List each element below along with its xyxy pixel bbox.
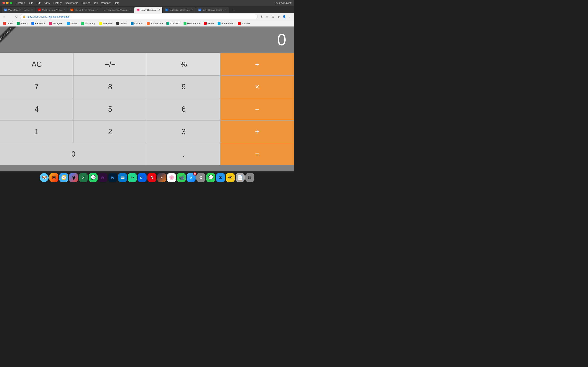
dock-disney[interactable]: D+ <box>138 173 147 182</box>
seven-button[interactable]: 7 <box>0 76 73 98</box>
add-button[interactable]: + <box>221 120 294 143</box>
new-tab-button[interactable]: + <box>230 7 236 13</box>
bookmark-sheets[interactable]: Sheets <box>15 21 29 25</box>
tab-title: Vivek Meena | Proje... <box>8 9 30 11</box>
menu-help[interactable]: Help <box>114 1 120 4</box>
menu-profiles[interactable]: Profiles <box>81 1 90 4</box>
dock-excel[interactable]: X <box>79 173 88 182</box>
percent-button[interactable]: % <box>147 53 221 76</box>
bookmark-star-icon[interactable]: ☆ <box>265 14 269 19</box>
dock-photos[interactable]: 🌸 <box>167 173 176 182</box>
tab-close-button[interactable]: × <box>130 8 131 11</box>
dock-pycharm[interactable]: Py <box>128 173 137 182</box>
bookmark-chatgpt[interactable]: ChatGPT <box>165 21 182 25</box>
tab-github[interactable]: G vivekmeena7/calcu... × <box>101 7 134 13</box>
tab-close-button[interactable]: × <box>158 8 160 11</box>
tab-textutils[interactable]: T TextUtils - Word Co... × <box>163 7 196 13</box>
bookmark-youtube[interactable]: Youtube <box>236 21 252 25</box>
minimize-button[interactable] <box>6 2 9 4</box>
one-button[interactable]: 1 <box>0 120 73 143</box>
tab-google[interactable]: G text - Google Searc... × <box>196 7 229 13</box>
decimal-button[interactable]: . <box>147 143 221 165</box>
bookmark-label: Sheets <box>20 22 28 25</box>
tab-close-button[interactable]: × <box>31 8 33 11</box>
menu-tab[interactable]: Tab <box>94 1 98 4</box>
reload-button[interactable]: ↻ <box>14 14 19 19</box>
dock-netflix[interactable]: N <box>147 173 156 182</box>
dock-trash[interactable]: 🗑 <box>245 173 254 182</box>
download-icon[interactable]: ⬇ <box>259 14 264 19</box>
forward-button[interactable]: › <box>8 14 13 19</box>
bookmark-hackerrank[interactable]: HackerRank <box>182 21 202 25</box>
equals-button[interactable]: = <box>221 143 294 165</box>
bookmark-github[interactable]: Github <box>115 21 129 25</box>
three-button[interactable]: 3 <box>147 120 221 143</box>
tab-react-calculator[interactable]: R React Calculator × <box>134 7 162 13</box>
six-button[interactable]: 6 <box>147 98 221 120</box>
dock-whatsapp[interactable]: 💬 <box>89 173 98 182</box>
menu-history[interactable]: History <box>53 1 62 4</box>
five-button[interactable]: 5 <box>73 98 147 120</box>
extensions-icon[interactable]: ⊕ <box>276 14 281 19</box>
bookmark-linkedin[interactable]: Linkedin <box>129 21 145 25</box>
tab-close-button[interactable]: × <box>192 8 193 11</box>
tab-lecture[interactable]: ▶ (973) Lecture22: A... × <box>35 7 68 13</box>
ac-button[interactable]: AC <box>0 53 73 76</box>
nine-button[interactable]: 9 <box>147 76 221 98</box>
dock-photoshop[interactable]: Ps <box>108 173 117 182</box>
two-button[interactable]: 2 <box>73 120 147 143</box>
menu-view[interactable]: View <box>44 1 50 4</box>
bookmark-gmail[interactable]: Gmail <box>2 21 15 25</box>
menu-window[interactable]: Window <box>101 1 111 4</box>
dock-launchpad[interactable]: ⊞ <box>49 173 58 182</box>
tab-checkstring[interactable]: C Check If The String... × <box>68 7 101 13</box>
zero-button[interactable]: 0 <box>0 143 147 165</box>
bookmark-primevideo[interactable]: Prime Video <box>216 21 236 25</box>
dock-systemprefs[interactable]: ⚙ <box>196 173 205 182</box>
menu-edit[interactable]: Edit <box>36 1 41 4</box>
maximize-button[interactable] <box>10 2 12 4</box>
bookmark-twitter[interactable]: Twitter <box>65 21 79 25</box>
multiply-button[interactable]: × <box>221 76 294 98</box>
four-button[interactable]: 4 <box>0 98 73 120</box>
close-button[interactable] <box>2 2 5 4</box>
back-button[interactable]: ‹ <box>2 14 7 19</box>
dock-premiere[interactable]: Pr <box>98 173 107 182</box>
tab-close-button[interactable]: × <box>64 8 65 11</box>
tab-vivek[interactable]: V Vivek Meena | Proje... × <box>2 7 35 13</box>
address-bar: ‹ › ↻ 🔒 https://vivekmeena7.github.io/ca… <box>0 13 294 20</box>
dock-finder[interactable]: 🐶 <box>40 173 49 182</box>
dock-mail[interactable]: ✉ <box>216 173 225 182</box>
menu-dots-icon[interactable]: ⋮ <box>287 14 292 19</box>
tablet-icon[interactable]: ⊟ <box>270 14 275 19</box>
profile-icon[interactable]: 👤 <box>282 14 287 19</box>
dock-hotstar[interactable]: H <box>157 173 166 182</box>
plus-minus-button[interactable]: +/− <box>73 53 147 76</box>
address-input[interactable]: 🔒 https://vivekmeena7.github.io/calculat… <box>20 14 258 19</box>
bookmark-strivers[interactable]: Strivers dsa <box>145 21 164 25</box>
subtract-button[interactable]: − <box>221 98 294 120</box>
dock-preview[interactable]: 👁 <box>226 173 235 182</box>
tab-favicon: V <box>4 8 7 11</box>
dock-facetime[interactable]: 📹 <box>177 173 186 182</box>
dock-vscode[interactable]: ⌨ <box>118 173 127 182</box>
titlebar: Chrome File Edit View History Bookmarks … <box>0 0 294 6</box>
menu-file[interactable]: File <box>29 1 33 4</box>
browser-content: Fork me on GitHub 0 AC +/− % ÷ 7 8 9 × 4… <box>0 26 294 171</box>
bookmark-whatsapp[interactable]: Whatsapp <box>79 21 97 25</box>
bookmark-netflix[interactable]: Netflix <box>202 21 216 25</box>
divide-button[interactable]: ÷ <box>221 53 294 76</box>
bookmark-snapchat[interactable]: Snapchat <box>97 21 114 25</box>
eight-button[interactable]: 8 <box>73 76 147 98</box>
tab-close-button[interactable]: × <box>225 8 226 11</box>
dock-chrome[interactable]: ◉ <box>69 173 78 182</box>
whatsapp-icon <box>81 22 84 25</box>
dock-safari[interactable]: 🧭 <box>59 173 68 182</box>
bookmark-instagram[interactable]: Instagram <box>47 21 65 25</box>
tab-close-button[interactable]: × <box>97 8 98 11</box>
dock-messages[interactable]: 💬 <box>206 173 215 182</box>
menu-bookmarks[interactable]: Bookmarks <box>65 1 78 4</box>
bookmark-facebook[interactable]: Facebook <box>30 21 47 25</box>
dock-finder2[interactable]: 📄 <box>236 173 245 182</box>
dock-appstore[interactable]: A 33 <box>187 173 196 182</box>
